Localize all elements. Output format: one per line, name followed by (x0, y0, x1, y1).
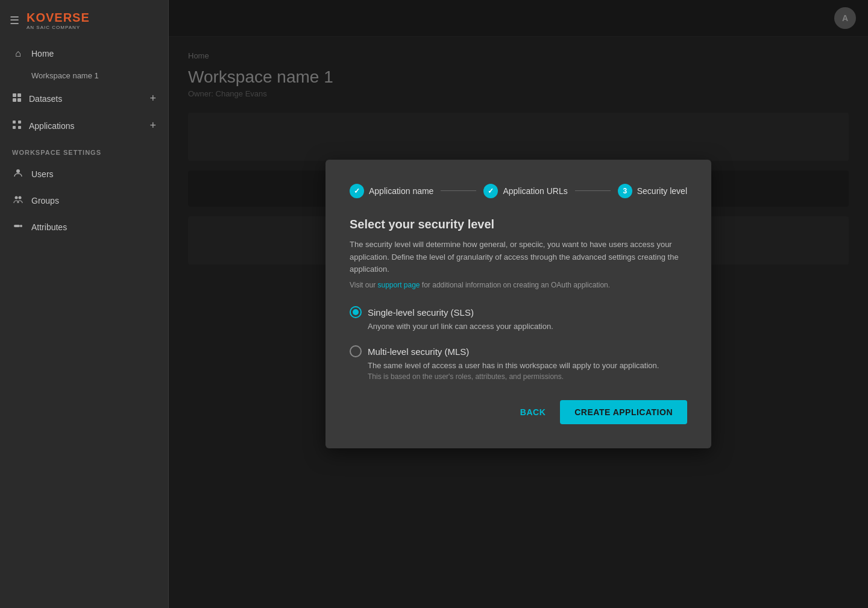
back-button[interactable]: BACK (520, 407, 546, 417)
attributes-icon (12, 221, 24, 233)
radio-circle-sls[interactable] (350, 306, 362, 318)
svg-point-12 (20, 225, 22, 227)
step-1-check-icon: ✓ (350, 184, 364, 198)
sls-description: Anyone with your url link can access you… (368, 322, 687, 331)
sidebar-item-groups[interactable]: Groups (0, 187, 168, 214)
sidebar: ☰ KOVERSE AN SAIC COMPANY ⌂ Home Workspa… (0, 0, 169, 608)
svg-rect-1 (17, 93, 21, 97)
groups-label: Groups (31, 196, 59, 205)
users-icon (12, 168, 24, 180)
svg-point-10 (19, 196, 22, 199)
step-2-label: Application URLs (503, 186, 567, 196)
svg-rect-3 (17, 98, 21, 102)
radio-option-mls[interactable]: Multi-level security (MLS) The same leve… (350, 345, 687, 381)
main-content: A Home Workspace name 1 Owner: Change Ev… (169, 0, 868, 608)
radio-label-mls[interactable]: Multi-level security (MLS) (350, 345, 687, 357)
applications-add-icon[interactable]: + (149, 119, 156, 132)
sidebar-item-workspace[interactable]: Workspace name 1 (0, 66, 168, 85)
logo: KOVERSE AN SAIC COMPANY (27, 11, 90, 30)
datasets-icon (12, 93, 22, 104)
sidebar-header: ☰ KOVERSE AN SAIC COMPANY (0, 0, 168, 41)
logo-text: KOVERSE (27, 11, 90, 25)
sidebar-item-attributes[interactable]: Attributes (0, 214, 168, 240)
applications-label: Applications (29, 121, 75, 131)
dialog-overlay: ✓ Application name ✓ Application URLs 3 … (169, 0, 868, 608)
svg-point-8 (16, 169, 20, 173)
dialog-support-text: Visit our support page for additional in… (350, 281, 687, 289)
datasets-label: Datasets (29, 94, 62, 104)
mls-label: Multi-level security (MLS) (368, 346, 469, 357)
mls-description: The same level of access a user has in t… (368, 361, 687, 370)
svg-rect-4 (13, 121, 16, 124)
workspace-settings-label: WORKSPACE SETTINGS (0, 139, 168, 161)
support-link[interactable]: support page (377, 281, 420, 289)
step-connector-2 (575, 190, 611, 191)
step-2-check-icon: ✓ (483, 184, 498, 198)
logo-sub: AN SAIC COMPANY (27, 25, 90, 30)
datasets-add-icon[interactable]: + (149, 92, 156, 105)
sidebar-item-applications[interactable]: Applications + (0, 112, 168, 139)
svg-rect-5 (18, 121, 21, 124)
attributes-label: Attributes (31, 222, 67, 232)
radio-circle-mls[interactable] (350, 345, 362, 357)
radio-label-sls[interactable]: Single-level security (SLS) (350, 306, 687, 318)
workspace-label: Workspace name 1 (31, 71, 99, 80)
step-connector-1 (441, 190, 476, 191)
sidebar-item-home-label: Home (31, 49, 54, 58)
step-3-number: 3 (618, 184, 632, 198)
support-text-after: for additional information on creating a… (420, 281, 611, 289)
sls-label: Single-level security (SLS) (368, 307, 474, 318)
svg-rect-7 (18, 126, 21, 129)
step-1-label: Application name (369, 186, 433, 196)
dialog-description: The security level will determine how ge… (350, 239, 687, 276)
radio-option-sls[interactable]: Single-level security (SLS) Anyone with … (350, 306, 687, 331)
svg-point-9 (15, 196, 18, 199)
users-label: Users (31, 169, 54, 179)
dialog: ✓ Application name ✓ Application URLs 3 … (326, 160, 711, 448)
home-icon: ⌂ (12, 48, 24, 59)
stepper: ✓ Application name ✓ Application URLs 3 … (350, 184, 687, 198)
step-3-label: Security level (637, 186, 687, 196)
dialog-title: Select your security level (350, 218, 687, 231)
applications-icon (12, 120, 22, 131)
create-application-button[interactable]: CREATE APPLICATION (560, 400, 687, 424)
svg-rect-11 (14, 225, 20, 227)
groups-icon (12, 195, 24, 207)
sidebar-item-home[interactable]: ⌂ Home (0, 41, 168, 66)
sidebar-nav: ⌂ Home Workspace name 1 Datasets + (0, 41, 168, 608)
step-2: ✓ Application URLs (483, 184, 567, 198)
svg-rect-6 (13, 126, 16, 129)
sidebar-item-users[interactable]: Users (0, 161, 168, 187)
dialog-actions: BACK CREATE APPLICATION (350, 400, 687, 424)
step-1: ✓ Application name (350, 184, 433, 198)
mls-subdescription: This is based on the user's roles, attri… (368, 372, 687, 381)
hamburger-icon[interactable]: ☰ (10, 14, 19, 27)
sidebar-item-datasets[interactable]: Datasets + (0, 85, 168, 112)
svg-rect-0 (13, 93, 16, 97)
svg-rect-2 (13, 98, 16, 102)
step-3: 3 Security level (618, 184, 687, 198)
support-text-before: Visit our (350, 281, 377, 289)
